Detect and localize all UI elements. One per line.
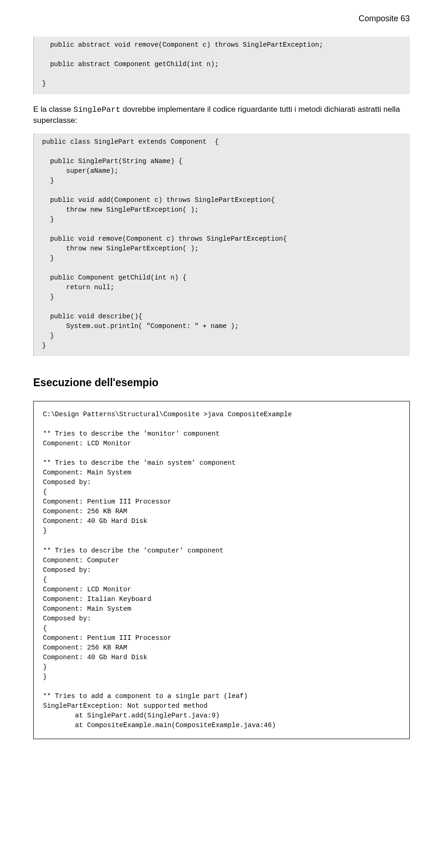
section-heading: Esecuzione dell'esempio xyxy=(33,376,410,389)
page-header: Composite 63 xyxy=(33,14,410,24)
paragraph-1: E la classe SinglePart dovrebbe implemen… xyxy=(33,104,410,126)
code-block-2: public class SinglePart extends Componen… xyxy=(33,134,410,356)
para-mono-token: SinglePart xyxy=(73,105,120,114)
para-text-prefix: E la classe xyxy=(33,105,73,114)
output-block: C:\Design Patterns\Structural\Composite … xyxy=(33,401,410,739)
code-block-1: public abstract void remove(Component c)… xyxy=(33,36,410,94)
